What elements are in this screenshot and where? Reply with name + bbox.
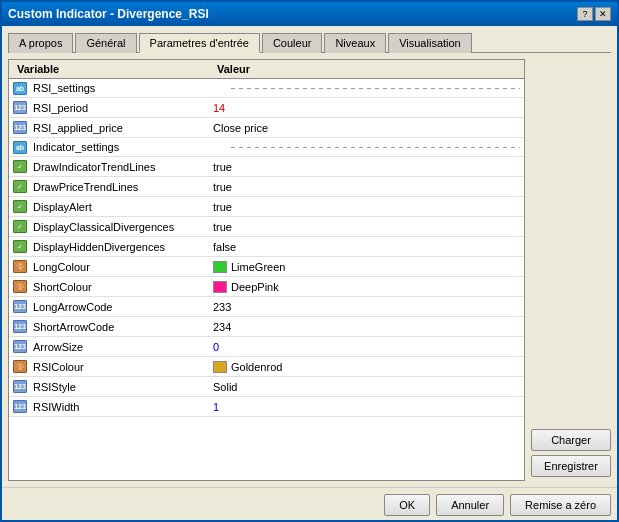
table-row: 123 ShortArrowCode 234	[9, 317, 524, 337]
row-name: ArrowSize	[29, 340, 209, 354]
row-name: DrawIndicatorTrendLines	[29, 160, 209, 174]
row-value: DeepPink	[209, 280, 524, 294]
tab-parametres[interactable]: Parametres d'entrée	[139, 33, 260, 53]
color-swatch-goldenrod	[213, 361, 227, 373]
num-icon: 123	[13, 400, 27, 413]
bottom-bar: OK Annuler Remise a zéro	[2, 487, 617, 520]
row-icon: 🎨	[11, 278, 29, 296]
title-bar: Custom Indicator - Divergence_RSI ? ✕	[2, 2, 617, 26]
parameters-table: Variable Valeur ab RSI_settings 123 RSI_…	[8, 59, 525, 481]
table-row: ✓ DisplayClassicalDivergences true	[9, 217, 524, 237]
color-icon: 🎨	[13, 280, 27, 293]
help-button[interactable]: ?	[577, 7, 593, 21]
row-name: DisplayClassicalDivergences	[29, 220, 209, 234]
num-icon: 123	[13, 340, 27, 353]
table-row: ✓ DisplayHiddenDivergences false	[9, 237, 524, 257]
row-value: Goldenrod	[209, 360, 524, 374]
num-icon: 123	[13, 121, 27, 134]
row-value: true	[209, 180, 524, 194]
row-value: false	[209, 240, 524, 254]
row-name: LongColour	[29, 260, 209, 274]
row-icon: 123	[11, 318, 29, 336]
row-value: 1	[209, 400, 524, 414]
row-name: ShortArrowCode	[29, 320, 209, 334]
table-header: Variable Valeur	[9, 60, 524, 79]
row-name: RSI_period	[29, 101, 209, 115]
bool-icon: ✓	[13, 200, 27, 213]
bool-icon: ✓	[13, 160, 27, 173]
row-name: LongArrowCode	[29, 300, 209, 314]
row-value: 233	[209, 300, 524, 314]
row-icon: 123	[11, 99, 29, 117]
num-icon: 123	[13, 320, 27, 333]
tab-bar: A propos Général Parametres d'entrée Cou…	[8, 32, 611, 53]
row-icon: ✓	[11, 198, 29, 216]
table-row: 🎨 RSIColour Goldenrod	[9, 357, 524, 377]
bool-icon: ✓	[13, 240, 27, 253]
color-swatch-deeppink	[213, 281, 227, 293]
row-icon: ✓	[11, 238, 29, 256]
col-valeur-header: Valeur	[213, 62, 520, 76]
color-value: DeepPink	[231, 281, 279, 293]
row-value: 0	[209, 340, 524, 354]
table-row: ab Indicator_settings	[9, 138, 524, 157]
main-content: Variable Valeur ab RSI_settings 123 RSI_…	[8, 59, 611, 481]
row-name: ShortColour	[29, 280, 209, 294]
tab-niveaux[interactable]: Niveaux	[324, 33, 386, 53]
bool-icon: ✓	[13, 180, 27, 193]
row-name: RSIStyle	[29, 380, 209, 394]
table-row: 123 ArrowSize 0	[9, 337, 524, 357]
row-icon: 123	[11, 398, 29, 416]
table-row: ✓ DrawIndicatorTrendLines true	[9, 157, 524, 177]
row-value: true	[209, 160, 524, 174]
row-icon: ✓	[11, 158, 29, 176]
row-name: DrawPriceTrendLines	[29, 180, 209, 194]
row-value: LimeGreen	[209, 260, 524, 274]
color-value: Goldenrod	[231, 361, 282, 373]
window-title: Custom Indicator - Divergence_RSI	[8, 7, 209, 21]
row-value: Close price	[209, 121, 524, 135]
row-icon: ✓	[11, 218, 29, 236]
row-icon: ab	[11, 138, 29, 156]
table-row: 123 LongArrowCode 233	[9, 297, 524, 317]
row-icon: 123	[11, 119, 29, 137]
close-button[interactable]: ✕	[595, 7, 611, 21]
tab-visualisation[interactable]: Visualisation	[388, 33, 472, 53]
table-row: 123 RSI_applied_price Close price	[9, 118, 524, 138]
tab-couleur[interactable]: Couleur	[262, 33, 323, 53]
table-row: ✓ DisplayAlert true	[9, 197, 524, 217]
charger-button[interactable]: Charger	[531, 429, 611, 451]
content-area: A propos Général Parametres d'entrée Cou…	[2, 26, 617, 487]
main-window: Custom Indicator - Divergence_RSI ? ✕ A …	[0, 0, 619, 522]
row-name: DisplayHiddenDivergences	[29, 240, 209, 254]
ab-icon: ab	[13, 82, 27, 95]
row-name: RSIColour	[29, 360, 209, 374]
ab-icon: ab	[13, 141, 27, 154]
enregistrer-button[interactable]: Enregistrer	[531, 455, 611, 477]
ok-button[interactable]: OK	[384, 494, 430, 516]
table-row: ab RSI_settings	[9, 79, 524, 98]
num-icon: 123	[13, 300, 27, 313]
row-value: 14	[209, 101, 524, 115]
color-icon: 🎨	[13, 360, 27, 373]
row-icon: 123	[11, 298, 29, 316]
remise-button[interactable]: Remise a zéro	[510, 494, 611, 516]
row-name: RSI_applied_price	[29, 121, 209, 135]
tab-general[interactable]: Général	[75, 33, 136, 53]
bool-icon: ✓	[13, 220, 27, 233]
tab-apropos[interactable]: A propos	[8, 33, 73, 53]
row-value: 234	[209, 320, 524, 334]
annuler-button[interactable]: Annuler	[436, 494, 504, 516]
col-variable-header: Variable	[13, 62, 213, 76]
separator-line	[231, 147, 520, 148]
num-icon: 123	[13, 380, 27, 393]
color-value: LimeGreen	[231, 261, 285, 273]
num-icon: 123	[13, 101, 27, 114]
row-value: true	[209, 200, 524, 214]
color-swatch-limegreen	[213, 261, 227, 273]
row-icon: 🎨	[11, 358, 29, 376]
row-icon: ✓	[11, 178, 29, 196]
row-icon: 123	[11, 338, 29, 356]
title-controls: ? ✕	[577, 7, 611, 21]
table-row: 123 RSIStyle Solid	[9, 377, 524, 397]
